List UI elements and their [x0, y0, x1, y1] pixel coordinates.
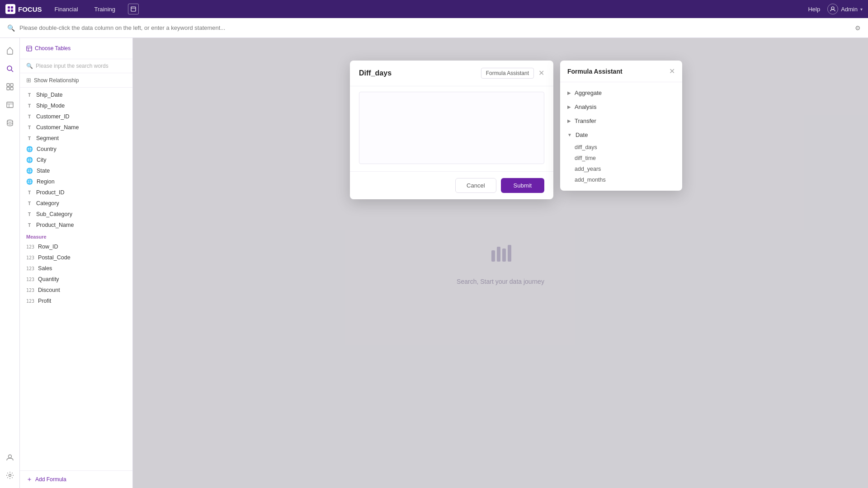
choose-tables-button[interactable]: Choose Tables — [26, 43, 126, 53]
number-icon: 123 — [26, 266, 34, 271]
formula-item-diff-days[interactable]: diff_days — [575, 142, 675, 153]
submit-button[interactable]: Submit — [501, 178, 544, 193]
icon-settings[interactable] — [2, 467, 18, 483]
help-link[interactable]: Help — [808, 6, 820, 13]
category-analysis-header[interactable]: ▶ Analysis — [560, 100, 682, 114]
nav-financial[interactable]: Financial — [51, 4, 82, 14]
cancel-button[interactable]: Cancel — [455, 178, 496, 193]
category-analysis: ▶ Analysis — [560, 100, 682, 114]
sidebar-item-label: Ship_Date — [36, 92, 62, 98]
dialog-close-button[interactable]: ✕ — [538, 70, 544, 77]
sidebar-item-ship-date[interactable]: T Ship_Date — [20, 89, 132, 100]
svg-rect-19 — [27, 46, 32, 51]
show-relationship-toggle[interactable]: ⊞ Show Relationship — [20, 73, 132, 88]
sidebar-item-sub-category[interactable]: T Sub_Category — [20, 209, 132, 220]
sidebar-item-discount[interactable]: 123 Discount — [20, 285, 132, 296]
icon-search[interactable] — [2, 61, 18, 77]
svg-rect-0 — [8, 6, 10, 9]
category-date-items: diff_days diff_time add_years add_months — [560, 142, 682, 187]
add-formula-button[interactable]: ＋ Add Formula — [26, 475, 126, 483]
sidebar-item-region[interactable]: 🌐 Region — [20, 176, 132, 187]
formula-item-add-months[interactable]: add_months — [575, 174, 675, 185]
sidebar-item-product-name[interactable]: T Product_Name — [20, 220, 132, 230]
category-transfer-arrow: ▶ — [567, 118, 571, 123]
formula-assistant-button[interactable]: Formula Assistant — [481, 68, 534, 79]
sidebar-item-label: Discount — [38, 287, 60, 293]
svg-point-17 — [8, 455, 11, 458]
choose-tables-label: Choose Tables — [35, 45, 71, 52]
sidebar-item-label: Row_ID — [38, 244, 58, 250]
icon-data[interactable] — [2, 115, 18, 131]
sidebar-item-label: Region — [37, 178, 55, 185]
formula-item-diff-time[interactable]: diff_time — [575, 153, 675, 164]
formula-item-add-years[interactable]: add_years — [575, 164, 675, 174]
formula-panel-header: Formula Assistant ✕ — [560, 61, 682, 82]
search-bar: 🔍 ⚙ — [0, 18, 868, 38]
sidebar-item-row-id[interactable]: 123 Row_ID — [20, 241, 132, 252]
sidebar-item-product-id[interactable]: T Product_ID — [20, 187, 132, 198]
app-logo[interactable]: FOCUS — [5, 4, 42, 14]
number-icon: 123 — [26, 244, 34, 249]
sidebar-item-label: Ship_Mode — [36, 103, 65, 109]
number-icon: 123 — [26, 255, 34, 260]
category-transfer-label: Transfer — [575, 117, 596, 124]
text-icon: T — [26, 223, 33, 228]
icon-user[interactable] — [2, 449, 18, 465]
formula-panel-close-button[interactable]: ✕ — [669, 67, 675, 75]
add-formula-label: Add Formula — [35, 476, 66, 483]
sidebar-item-customer-name[interactable]: T Customer_Name — [20, 122, 132, 133]
sidebar-item-segment[interactable]: T Segment — [20, 133, 132, 144]
globe-icon: 🌐 — [26, 168, 33, 174]
sidebar-item-city[interactable]: 🌐 City — [20, 155, 132, 165]
sidebar-item-ship-mode[interactable]: T Ship_Mode — [20, 100, 132, 111]
nav-training[interactable]: Training — [91, 4, 119, 14]
icon-dashboard[interactable] — [2, 79, 18, 95]
formula-panel-title: Formula Assistant — [567, 68, 623, 75]
user-menu[interactable]: Admin ▾ — [827, 4, 863, 14]
sidebar-item-label: Profit — [38, 298, 51, 304]
dialog-body — [350, 86, 553, 171]
icon-home[interactable] — [2, 42, 18, 59]
category-aggregate-arrow: ▶ — [567, 90, 571, 95]
sidebar-item-profit[interactable]: 123 Profit — [20, 296, 132, 306]
category-aggregate-header[interactable]: ▶ Aggregate — [560, 86, 682, 100]
icon-bar — [0, 38, 20, 488]
svg-rect-13 — [7, 102, 13, 108]
icon-table[interactable] — [2, 97, 18, 113]
sidebar-item-quantity[interactable]: 123 Quantity — [20, 274, 132, 285]
show-relationship-label: Show Relationship — [34, 77, 79, 84]
formula-assistant-panel: Formula Assistant ✕ ▶ Aggregate ▶ Analys… — [560, 61, 682, 191]
svg-rect-11 — [7, 87, 9, 90]
formula-panel-body: ▶ Aggregate ▶ Analysis ▶ Transfe — [560, 82, 682, 191]
sidebar-item-customer-id[interactable]: T Customer_ID — [20, 111, 132, 122]
sidebar-search-placeholder: Please input the search words — [36, 63, 108, 69]
sidebar-item-label: Sales — [38, 265, 52, 272]
relationship-icon: ⊞ — [26, 77, 31, 84]
sidebar-item-postal-code[interactable]: 123 Postal_Code — [20, 252, 132, 263]
category-transfer: ▶ Transfer — [560, 114, 682, 128]
nav-tab-icon[interactable] — [128, 4, 139, 14]
dialog-header-right: Formula Assistant ✕ — [481, 68, 544, 79]
category-transfer-header[interactable]: ▶ Transfer — [560, 114, 682, 128]
category-date-header[interactable]: ▼ Date — [560, 128, 682, 142]
search-input[interactable] — [19, 24, 850, 31]
globe-icon: 🌐 — [26, 178, 33, 185]
measure-section-label: Measure — [20, 230, 132, 241]
svg-rect-9 — [7, 84, 9, 86]
sidebar-item-label: State — [37, 168, 50, 174]
text-icon: T — [26, 125, 33, 130]
modal-overlay: Diff_days Formula Assistant ✕ Cancel Sub… — [133, 38, 868, 488]
sidebar-item-label: Country — [37, 146, 57, 152]
globe-icon: 🌐 — [26, 146, 33, 152]
formula-textarea[interactable] — [359, 92, 544, 164]
search-settings-icon[interactable]: ⚙ — [855, 24, 861, 32]
dialog-title: Diff_days — [359, 69, 392, 77]
sidebar-item-category[interactable]: T Category — [20, 198, 132, 209]
svg-rect-4 — [131, 7, 136, 11]
svg-rect-10 — [10, 84, 13, 86]
sidebar-item-state[interactable]: 🌐 State — [20, 165, 132, 176]
category-analysis-label: Analysis — [575, 103, 596, 110]
sidebar-item-label: Customer_Name — [36, 124, 79, 131]
sidebar-item-sales[interactable]: 123 Sales — [20, 263, 132, 274]
sidebar-item-country[interactable]: 🌐 Country — [20, 144, 132, 155]
